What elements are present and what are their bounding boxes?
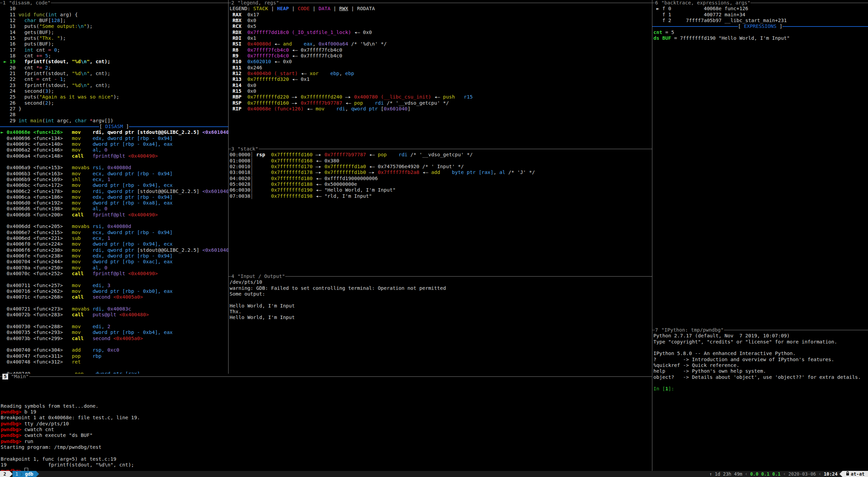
term-line <box>1 386 652 391</box>
term-line: Some output: <box>230 291 652 297</box>
term-line: 0x40069c <func+140> mov dword ptr [rbp -… <box>1 141 228 147</box>
term-line: 0x4006d6 <func+198> mov al, 0 <box>1 206 228 212</box>
term-line: Reading symbols from test...done. <box>1 403 652 409</box>
segment-separator: ‹ <box>780 471 788 477</box>
pane-number-active: 5 <box>2 374 8 379</box>
term-line <box>1 159 228 165</box>
window-tab-gdb[interactable]: 1❯gdb <box>13 471 36 477</box>
term-line: ds BUF = 7fffffffd190 "Hello World, I'm … <box>653 35 868 41</box>
term-line: 0x400735 <func+293> mov dword ptr [rbp -… <box>1 330 228 335</box>
border-dash <box>652 3 655 3</box>
term-line: pwndbg> run <box>1 439 652 444</box>
pane-backtrace[interactable]: 6 "backtrace, expressions, args" ► f 0 4… <box>652 0 868 327</box>
term-line <box>1 318 228 324</box>
expressions-section-divider: [ EXPRESSIONS ] <box>652 23 868 29</box>
term-line: 0x4006a2 <func+146> mov al, 0 <box>1 147 228 153</box>
pane-disasm-code[interactable]: 1 "disasm, code" 10 11 void func(int arg… <box>0 0 228 374</box>
pane-title-backtrace: 6 "backtrace, expressions, args" <box>652 0 868 6</box>
border-dash <box>229 276 231 277</box>
term-line: R11 0x246 <box>230 65 652 71</box>
term-line: 17 int cnt = 0; <box>1 47 228 53</box>
hostname-text: at-at <box>851 471 865 477</box>
source-code-listing: 10 11 void func(int arg) { 12 char BUF[1… <box>0 6 228 124</box>
statusbar-spacer <box>39 471 709 477</box>
term-line: 21 fprintf(stdout, "%d\n", cnt); <box>1 71 228 76</box>
term-line: 29 int main(int argc, char *argv[]) <box>1 118 228 124</box>
term-line: 0x400711 <func+257> mov edi, 3 <box>1 283 228 288</box>
term-line: f 2 7ffff7a05b97 __libc_start_main+231 <box>653 18 868 23</box>
term-line: 0x4006ca <func+186> mov edx, dword ptr [… <box>1 194 228 200</box>
backtrace-frames: ► f 0 40068e func+126 f 1 400772 main+34… <box>652 6 868 23</box>
term-line: 03:0018│ 0x7fffffffd178 —▸ 0x7fffffffd1b… <box>230 170 652 175</box>
pane-border-vertical[interactable] <box>652 0 652 471</box>
term-line: 26 second(2); <box>1 100 228 106</box>
term-line: 22 cnt = cnt - 1; <box>1 76 228 82</box>
ipython-banner: Python 2.7.17 (default, Nov 7 2019, 10:0… <box>652 333 868 392</box>
term-line: ? -> Introduction and overview of IPytho… <box>653 357 868 363</box>
term-line: RAX 0x17 <box>230 12 652 18</box>
term-line <box>1 365 228 371</box>
pane-number: 2 <box>231 0 235 6</box>
term-line: 0x400704 <func+244> mov dword ptr [rbp -… <box>1 259 228 265</box>
pane-number: 6 <box>655 0 658 6</box>
term-line: object? -> Details about 'object', use '… <box>653 374 868 380</box>
term-line: 0x4006e7 <func+215> mov ecx, dword ptr [… <box>1 230 228 235</box>
term-line: R8 0x7ffff7fcb4c0 ◂— 0x7ffff7fcb4c0 <box>230 47 652 53</box>
term-line: 13 puts("Some output:\n"); <box>1 23 228 29</box>
term-line <box>1 379 652 385</box>
pane-io[interactable]: 4 "Input / Output" /dev/pts/10warning: G… <box>229 273 652 374</box>
term-line: 0x4006d0 <func+192> mov dword ptr [rbp -… <box>1 200 228 206</box>
term-line: Thx. <box>230 309 652 315</box>
term-line: In [1]: <box>653 386 868 392</box>
register-listing: LEGEND: STACK | HEAP | CODE | DATA | RWX… <box>229 6 652 112</box>
term-line: 0x400748 <func+312> ret <box>1 359 228 365</box>
pane-title-io: 4 "Input / Output" <box>229 273 652 279</box>
uptime-text: 1d 23h 49m <box>715 471 742 477</box>
uptime-arrow-icon: ↑ <box>709 471 712 477</box>
term-line: 19 fprintf(stdout, "%d\n", cnt); <box>1 462 652 468</box>
term-line: R14 0x0 <box>230 83 652 88</box>
pane-number: 4 <box>231 273 235 279</box>
term-line: RBP 0x7fffffffd220 —▸ 0x7fffffffd240 —▸ … <box>230 94 652 100</box>
segment-separator: ‹ <box>742 471 750 477</box>
term-line: ► 0x40068e <func+126> mov rdi, qword ptr… <box>1 129 228 135</box>
pane-main-console[interactable]: 5 "Main" Reading symbols from test...don… <box>0 374 652 471</box>
divider-bracket: ] <box>779 23 782 29</box>
pane-title-regs: 2 "legend, regs" <box>229 0 652 6</box>
term-line: 28 <box>1 112 228 118</box>
term-line: f 1 400772 main+34 <box>653 12 868 18</box>
session-tab[interactable]: 2 <box>0 471 10 477</box>
term-line: 0x400696 <func+134> mov edx, dword ptr [… <box>1 136 228 141</box>
pane-title-main: 5 "Main" <box>0 374 652 379</box>
term-line: 02:0010│ 0x7fffffffd170 —▸ 0x7fffffffd1a… <box>230 164 652 170</box>
term-line: R10 0x602010 ◂— 0x0 <box>230 59 652 65</box>
pane-stack[interactable]: 3 "stack" 00:0000│ rsp 0x7fffffffd160 —▸… <box>229 146 652 273</box>
pane-registers[interactable]: 2 "legend, regs" LEGEND: STACK | HEAP | … <box>229 0 652 146</box>
term-line: 05:0028│ 0x7fffffffd188 ◂— 0x50000000e <box>230 181 652 187</box>
term-line: cnt = 5 <box>653 30 868 35</box>
pane-number: 3 <box>231 146 235 152</box>
term-line: R15 0x0 <box>230 88 652 94</box>
pane-name: "Input / Output" <box>237 273 285 279</box>
term-line: pwndbg> b 19 <box>1 409 652 415</box>
divider-bracket: [ <box>738 23 741 29</box>
term-line: 16 puts(BUF); <box>1 41 228 47</box>
term-line: 0x400749 nop dword ptr [rax] <box>1 371 228 374</box>
term-line: 07:0038│ 0x7fffffffd198 ◂— "rld, I'm Inp… <box>230 193 652 199</box>
term-line: Breakpoint 1 at 0x40068e: file test.c, l… <box>1 415 652 421</box>
pane-border-vertical[interactable] <box>228 0 229 374</box>
term-line: LEGEND: STACK | HEAP | CODE | DATA | RWX… <box>230 6 652 12</box>
pane-ipython[interactable]: 7 "IPython: tmp/pwndbg" Python 2.7.17 (d… <box>652 327 868 471</box>
term-line: 00:0000│ rsp 0x7fffffffd160 —▸ 0x7ffff7b… <box>230 152 652 158</box>
border-dash <box>0 376 2 377</box>
window-separator: ❯ <box>18 471 25 477</box>
term-line: Type "copyright", "credits" or "license"… <box>653 339 868 345</box>
term-line: ► 19 fprintf(stdout, "%d\n", cnt); <box>1 59 228 65</box>
divider-label: EXPRESSIONS <box>741 23 780 29</box>
gdb-console[interactable]: Reading symbols from test...done.pwndbg>… <box>0 379 652 471</box>
term-line: 18 cnt += 5; <box>1 53 228 59</box>
term-line <box>1 391 652 397</box>
border-dash <box>652 26 738 27</box>
term-line: 0x4006b3 <func+163> mov ecx, dword ptr [… <box>1 171 228 177</box>
powerline-arrow <box>839 471 843 477</box>
